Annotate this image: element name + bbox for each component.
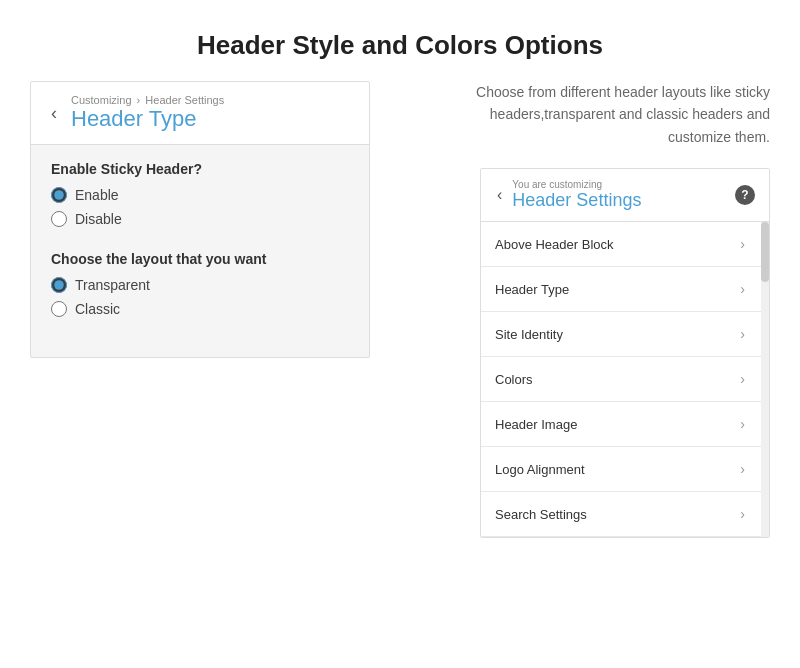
panel-body: Enable Sticky Header? Enable Disable Cho… <box>31 145 369 357</box>
menu-item-label: Search Settings <box>495 507 587 522</box>
menu-item-label: Colors <box>495 372 533 387</box>
chevron-right-icon: › <box>740 461 745 477</box>
panel-header-text: Customizing › Header Settings Header Typ… <box>71 94 224 132</box>
preview-menu-container: Above Header Block › Header Type › Site … <box>481 222 769 537</box>
transparent-radio[interactable] <box>51 277 67 293</box>
description-text: Choose from different header layouts lik… <box>450 81 770 148</box>
left-customizer-panel: ‹ Customizing › Header Settings Header T… <box>30 81 370 358</box>
menu-item-label: Above Header Block <box>495 237 614 252</box>
sticky-header-label: Enable Sticky Header? <box>51 161 349 177</box>
preview-back-button[interactable]: ‹ <box>495 186 504 204</box>
menu-item-label: Logo Alignment <box>495 462 585 477</box>
back-button[interactable]: ‹ <box>47 104 61 122</box>
scrollbar-track[interactable] <box>761 222 769 537</box>
chevron-right-icon: › <box>740 371 745 387</box>
panel-header: ‹ Customizing › Header Settings Header T… <box>31 82 369 145</box>
chevron-right-icon: › <box>740 416 745 432</box>
menu-item-logo-alignment[interactable]: Logo Alignment › <box>481 447 769 492</box>
disable-radio-label: Disable <box>75 211 122 227</box>
preview-customizing-label: You are customizing <box>512 179 641 190</box>
menu-item-label: Site Identity <box>495 327 563 342</box>
chevron-right-icon: › <box>740 236 745 252</box>
menu-item-colors[interactable]: Colors › <box>481 357 769 402</box>
panel-title: Header Type <box>71 106 224 132</box>
disable-radio[interactable] <box>51 211 67 227</box>
menu-item-search-settings[interactable]: Search Settings › <box>481 492 769 537</box>
classic-radio-label: Classic <box>75 301 120 317</box>
classic-radio-option[interactable]: Classic <box>51 301 349 317</box>
enable-radio-label: Enable <box>75 187 119 203</box>
transparent-radio-option[interactable]: Transparent <box>51 277 349 293</box>
chevron-right-icon: › <box>740 326 745 342</box>
menu-item-above-header-block[interactable]: Above Header Block › <box>481 222 769 267</box>
menu-item-label: Header Type <box>495 282 569 297</box>
enable-radio[interactable] <box>51 187 67 203</box>
enable-radio-option[interactable]: Enable <box>51 187 349 203</box>
menu-item-header-type[interactable]: Header Type › <box>481 267 769 312</box>
menu-item-site-identity[interactable]: Site Identity › <box>481 312 769 357</box>
chevron-right-icon: › <box>740 506 745 522</box>
preview-menu-list: Above Header Block › Header Type › Site … <box>481 222 769 537</box>
breadcrumb: Customizing › Header Settings <box>71 94 224 106</box>
sticky-header-group: Enable Sticky Header? Enable Disable <box>51 161 349 227</box>
layout-group: Choose the layout that you want Transpar… <box>51 251 349 317</box>
disable-radio-option[interactable]: Disable <box>51 211 349 227</box>
preview-panel-header: ‹ You are customizing Header Settings ? <box>481 169 769 222</box>
right-section: Choose from different header layouts lik… <box>400 81 770 538</box>
layout-label: Choose the layout that you want <box>51 251 349 267</box>
page-title: Header Style and Colors Options <box>0 0 800 81</box>
chevron-right-icon: › <box>740 281 745 297</box>
transparent-radio-label: Transparent <box>75 277 150 293</box>
help-icon[interactable]: ? <box>735 185 755 205</box>
scrollbar-thumb[interactable] <box>761 222 769 282</box>
customizer-preview: ‹ You are customizing Header Settings ? … <box>480 168 770 538</box>
menu-item-label: Header Image <box>495 417 577 432</box>
preview-panel-title: Header Settings <box>512 190 641 211</box>
classic-radio[interactable] <box>51 301 67 317</box>
menu-item-header-image[interactable]: Header Image › <box>481 402 769 447</box>
